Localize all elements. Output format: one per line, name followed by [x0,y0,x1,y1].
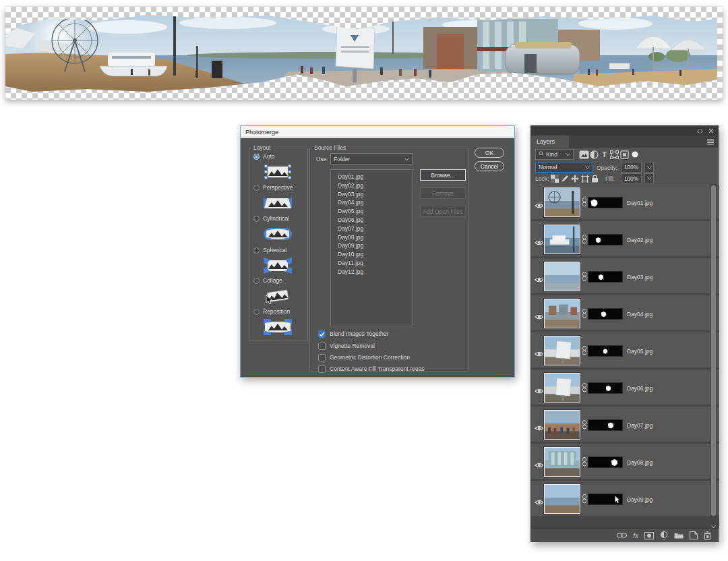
eye-icon[interactable] [535,385,544,397]
fill-value[interactable]: 100% [621,173,642,183]
layer-mask-thumbnail[interactable] [588,271,623,283]
scrollbar-thumb[interactable] [711,185,716,516]
mask-link-icon[interactable] [582,494,587,506]
eye-icon[interactable] [535,459,544,471]
checkbox-icon[interactable] [318,365,326,373]
layer-row[interactable]: Day02.jpg [531,221,719,258]
layer-effects-icon[interactable]: fx [633,532,638,539]
filter-kind-dropdown[interactable]: Kind [535,149,574,160]
source-file-item[interactable]: Day12.jpg [338,268,412,276]
browse-button[interactable]: Browse... [420,169,466,181]
layout-option-collage[interactable]: Collage [249,276,307,306]
mask-link-icon[interactable] [582,272,587,284]
radio-reposition[interactable] [253,309,260,315]
eye-icon[interactable] [535,237,544,249]
checkbox-icon[interactable] [318,354,326,361]
eye-icon[interactable] [535,422,544,434]
shape-filter-icon[interactable] [609,150,619,159]
source-file-item[interactable]: Day09.jpg [338,241,412,250]
close-icon[interactable] [708,128,714,134]
layer-row[interactable]: Day07.jpg [531,407,719,444]
layer-thumbnail[interactable] [544,447,580,477]
source-file-item[interactable]: Day05.jpg [338,207,412,216]
layer-row[interactable]: Day06.jpg [531,370,719,407]
opacity-dropdown-arrow[interactable] [644,162,654,173]
checkbox-icon[interactable] [318,330,326,338]
source-file-item[interactable]: Day10.jpg [338,250,412,259]
source-file-item[interactable]: Day03.jpg [338,190,412,199]
layer-mask-thumbnail[interactable] [588,419,623,431]
layer-row[interactable]: Day08.jpg [531,444,719,481]
filter-toggle-icon[interactable] [630,150,640,159]
lock-all-icon[interactable] [590,174,599,183]
lock-artboard-icon[interactable] [580,174,589,183]
eye-icon[interactable] [535,274,544,286]
source-file-item[interactable]: Day08.jpg [338,233,412,242]
layer-thumbnail[interactable] [544,262,580,291]
layer-row[interactable]: Day05.jpg [531,332,719,370]
mask-link-icon[interactable] [582,198,587,210]
layer-thumbnail[interactable] [544,225,580,254]
layer-mask-thumbnail[interactable] [588,456,623,468]
layer-row[interactable]: Day09.jpg [531,481,719,518]
layer-name[interactable]: Day07.jpg [627,422,653,429]
adjustment-filter-icon[interactable] [589,150,599,159]
eye-icon[interactable] [535,311,544,323]
dialog-titlebar[interactable]: Photomerge [241,126,514,138]
blend-mode-dropdown[interactable]: Normal [535,162,593,173]
new-layer-icon[interactable] [690,531,698,539]
checkbox-row[interactable]: Content Aware Fill Transparent Areas [318,365,425,373]
layer-row[interactable]: Day01.jpg [531,184,719,221]
source-file-item[interactable]: Day11.jpg [338,259,412,268]
mask-link-icon[interactable] [582,235,587,247]
radio-spherical[interactable] [253,247,260,254]
source-file-item[interactable]: Day01.jpg [338,173,412,181]
layout-option-cylindrical[interactable]: Cylindrical [249,214,307,244]
layer-name[interactable]: Day05.jpg [627,348,653,355]
source-file-item[interactable]: Day04.jpg [338,198,412,207]
layer-thumbnail[interactable] [544,336,580,365]
eye-icon[interactable] [535,496,544,508]
source-file-item[interactable]: Day02.jpg [338,181,412,190]
link-layers-icon[interactable] [617,533,627,538]
layer-mask-thumbnail[interactable] [588,345,623,357]
layer-thumbnail[interactable] [544,373,580,403]
checkbox-row[interactable]: Geometric Distortion Correction [318,353,410,361]
layer-thumbnail[interactable] [544,299,580,328]
radio-collage[interactable] [253,278,260,284]
layer-name[interactable]: Day02.jpg [627,237,653,243]
checkbox-icon[interactable] [318,343,326,350]
layer-name[interactable]: Day09.jpg [627,496,653,503]
layer-name[interactable]: Day08.jpg [627,459,653,466]
layer-row[interactable]: Day04.jpg [531,295,719,332]
delete-layer-icon[interactable] [704,531,711,540]
layer-mask-thumbnail[interactable] [588,494,623,505]
fill-dropdown-arrow[interactable] [644,173,654,183]
opacity-value[interactable]: 100% [621,162,642,173]
checkbox-row[interactable]: Vignette Removal [318,342,375,350]
lock-pixels-icon[interactable] [560,174,569,183]
source-file-list[interactable]: Day01.jpgDay02.jpgDay03.jpgDay04.jpgDay0… [330,169,413,326]
layer-name[interactable]: Day03.jpg [627,274,653,280]
source-file-item[interactable]: Day07.jpg [338,225,412,233]
layer-mask-thumbnail[interactable] [588,197,623,208]
lock-position-icon[interactable] [570,174,579,183]
lock-transparency-icon[interactable] [550,174,559,183]
radio-perspective[interactable] [253,185,260,191]
mask-link-icon[interactable] [582,457,587,469]
new-group-icon[interactable] [674,532,684,539]
layout-option-auto[interactable]: Auto [249,152,307,182]
layer-mask-thumbnail[interactable] [588,382,623,394]
pixel-layer-filter-icon[interactable] [579,150,589,159]
source-file-item[interactable]: Day06.jpg [338,216,412,225]
layer-thumbnail[interactable] [544,410,580,440]
smart-object-filter-icon[interactable] [619,150,630,159]
type-filter-icon[interactable]: T [599,150,609,159]
layer-name[interactable]: Day04.jpg [627,311,653,318]
mask-link-icon[interactable] [582,346,587,358]
layer-name[interactable]: Day01.jpg [627,200,653,206]
checkbox-row[interactable]: Blend Images Together [318,330,388,338]
layers-scrollbar[interactable] [710,184,717,528]
layer-thumbnail[interactable] [544,187,580,217]
add-mask-icon[interactable] [644,532,654,539]
